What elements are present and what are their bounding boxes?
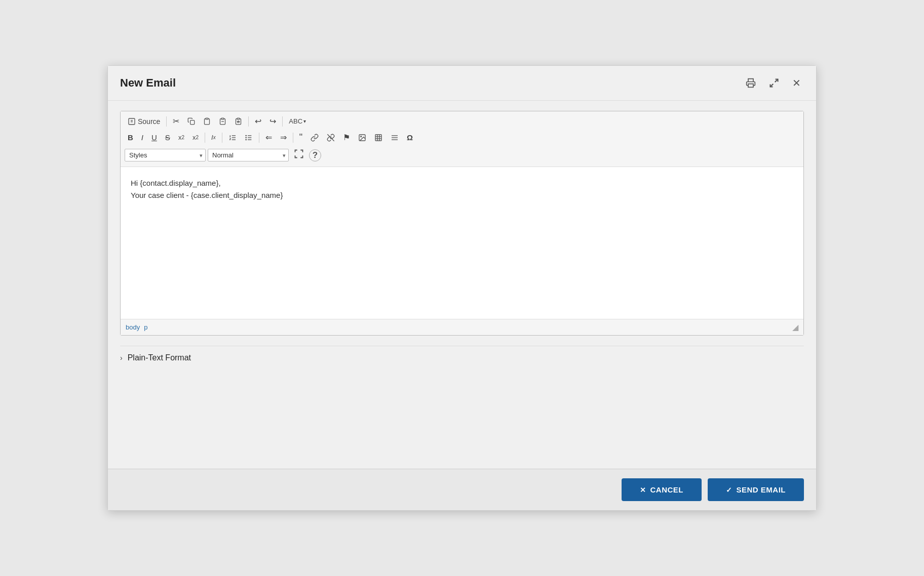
fullscreen-button[interactable] [291,147,307,163]
unlink-button[interactable] [324,132,338,144]
editor-container: Source ✂ [120,111,804,336]
ordered-list-button[interactable] [225,132,240,144]
image-button[interactable] [355,132,369,144]
editor-footer: body p ◢ [121,319,803,335]
expand-button[interactable] [766,76,782,90]
modal-title: New Email [120,76,176,90]
editor-footer-tags: body p [126,323,147,331]
plain-text-section[interactable]: › Plain-Text Format [120,346,804,369]
svg-point-18 [246,137,246,138]
divider-5 [222,133,222,143]
cancel-label: CANCEL [650,485,683,494]
table-button[interactable] [371,132,386,144]
p-tag: p [144,323,147,331]
toolbar-row-3: Styles Normal ? [125,147,799,163]
plain-text-label: Plain-Text Format [128,353,191,362]
toolbar-row-1: Source ✂ [125,114,799,128]
styles-select-wrapper: Styles [125,149,206,161]
plain-text-arrow: › [120,354,123,362]
blockquote-button[interactable]: " [296,130,305,145]
specialchar-button[interactable]: Ω [404,131,416,144]
send-icon: ✓ [726,486,733,494]
svg-rect-8 [221,118,224,119]
format-select-wrapper: Normal [208,149,289,161]
underline-button[interactable]: U [148,131,160,144]
paste-button[interactable] [200,115,214,127]
hline-button[interactable] [388,132,402,144]
editor-toolbar: Source ✂ [121,111,803,167]
help-button[interactable]: ? [309,149,321,161]
toolbar-row-2: B I U S x2 x2 Ix [125,130,799,145]
svg-rect-7 [206,118,208,119]
modal-body: Source ✂ [108,101,816,469]
print-button[interactable] [743,76,759,90]
resize-handle[interactable]: ◢ [792,322,798,332]
source-button[interactable]: Source [125,115,163,128]
paste-word-button[interactable] [232,115,245,127]
svg-point-19 [246,139,246,140]
bold-button[interactable]: B [125,131,136,144]
editor-content-area[interactable]: Hi {contact.display_name}, Your case cli… [121,167,803,319]
link-button[interactable] [307,132,322,144]
body-tag: body [126,323,140,331]
svg-rect-0 [748,84,753,88]
unordered-list-button[interactable] [242,132,256,144]
cancel-icon: ✕ [640,486,646,494]
divider-7 [293,133,293,143]
strikethrough-button[interactable]: S [162,131,173,144]
spellcheck-button[interactable]: ABC ▾ [286,115,309,127]
svg-rect-10 [237,118,240,119]
cut-button[interactable]: ✂ [170,114,182,128]
format-select[interactable]: Normal [208,149,289,161]
send-email-button[interactable]: ✓ SEND EMAIL [708,478,804,501]
cancel-button[interactable]: ✕ CANCEL [622,478,702,501]
paste-text-button[interactable] [216,115,229,127]
header-actions: ✕ [743,75,804,91]
anchor-button[interactable]: ⚑ [340,131,353,144]
svg-rect-6 [190,120,195,125]
divider-2 [248,116,249,127]
redo-button[interactable]: ↪ [266,114,279,128]
divider-3 [282,116,283,127]
send-label: SEND EMAIL [736,485,786,494]
new-email-modal: New Email ✕ [107,65,817,511]
subscript-button[interactable]: x2 [175,132,187,143]
modal-footer: ✕ CANCEL ✓ SEND EMAIL [108,469,816,510]
divider-6 [259,133,259,143]
editor-line-1: Hi {contact.display_name}, [131,177,793,189]
spellcheck-icon: ABC [289,117,302,125]
editor-line-2: Your case client - {case.client_display_… [131,189,793,201]
clear-italic-button[interactable]: Ix [208,132,219,143]
svg-rect-23 [375,135,381,141]
svg-point-17 [246,135,246,136]
close-button[interactable]: ✕ [789,75,804,91]
superscript-button[interactable]: x2 [189,132,202,143]
source-label: Source [138,117,160,126]
svg-point-22 [361,136,362,137]
divider-1 [166,116,167,127]
italic-button[interactable]: I [138,131,146,144]
spellcheck-dropdown: ▾ [303,118,306,124]
copy-button[interactable] [184,115,198,127]
divider-4 [205,133,205,143]
indent-button[interactable]: ⇒ [277,131,290,144]
outdent-button[interactable]: ⇐ [262,131,275,144]
styles-select[interactable]: Styles [125,149,206,161]
undo-button[interactable]: ↩ [252,114,264,128]
modal-header: New Email ✕ [108,66,816,101]
